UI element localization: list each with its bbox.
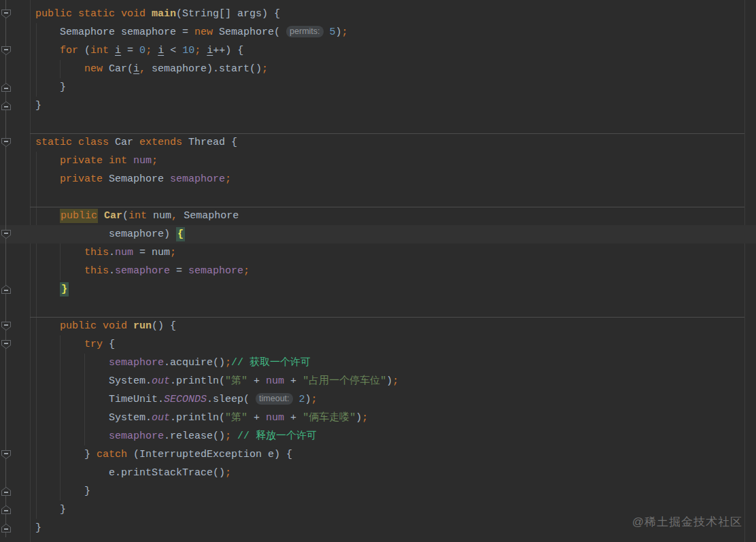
keyword: for	[60, 45, 78, 56]
punctuation: ;	[225, 430, 231, 442]
punctuation: ;	[262, 63, 268, 75]
field-name: num	[266, 412, 284, 424]
string-literal: "占用一个停车位"	[303, 375, 386, 387]
code-text: }	[35, 486, 90, 497]
fold-start-icon[interactable]	[1, 322, 11, 331]
keyword: new	[194, 27, 213, 38]
code-line[interactable]: Semaphore semaphore = new Semaphore( per…	[0, 23, 756, 41]
code-line[interactable]: e.printStackTrace();	[0, 464, 756, 482]
parameter-hint[interactable]: timeout:	[256, 393, 292, 405]
code-text: }	[35, 504, 66, 515]
parameter-hint[interactable]: permits:	[286, 26, 323, 37]
keyword: private int	[60, 155, 127, 167]
code-line[interactable]: public static void main(String[] args) {	[0, 5, 756, 23]
fold-end-icon[interactable]	[1, 101, 11, 110]
code-text: = num	[133, 247, 170, 258]
code-line[interactable]: semaphore.release(); // 释放一个许可	[0, 427, 756, 445]
code-line[interactable]: public Car(int num, Semaphore	[0, 207, 756, 225]
code-text: (	[122, 210, 128, 222]
code-line[interactable]: this.num = num;	[0, 243, 756, 262]
code-line[interactable]: private Semaphore semaphore;	[0, 170, 756, 188]
code-text: }	[35, 100, 41, 112]
code-line[interactable]: }	[0, 280, 756, 299]
code-text: =	[121, 45, 139, 56]
fold-start-icon[interactable]	[1, 138, 11, 147]
code-text: +	[284, 375, 303, 387]
code-line[interactable]: try {	[0, 335, 756, 354]
number-literal: 0	[139, 45, 145, 56]
code-text	[109, 45, 115, 56]
code-text	[293, 394, 299, 405]
fold-start-icon[interactable]	[1, 340, 11, 349]
code-lines: public static void main(String[] args) {…	[0, 0, 756, 537]
code-text: System.	[35, 412, 152, 424]
code-text: }	[35, 449, 97, 460]
code-line[interactable]: public void run() {	[0, 317, 756, 335]
variable-reassigned: i	[158, 45, 164, 56]
fold-start-icon[interactable]	[1, 450, 11, 459]
code-line[interactable]: static class Car extends Thread {	[0, 133, 756, 152]
code-text	[324, 27, 330, 38]
fold-end-icon[interactable]	[1, 83, 11, 92]
code-line[interactable]: }	[0, 78, 756, 97]
fold-start-icon[interactable]	[1, 230, 11, 239]
variable-reassigned: i	[207, 45, 213, 56]
code-line[interactable]: TimeUnit.SECONDS.sleep( timeout: 2);	[0, 390, 756, 409]
watermark: @稀土掘金技术社区	[632, 514, 742, 530]
comment: // 释放一个许可	[237, 430, 317, 442]
punctuation: ;	[225, 357, 231, 369]
punctuation: ;	[225, 467, 231, 479]
editor-gutter	[0, 0, 30, 542]
code-line[interactable]: for (int i = 0; i < 10; i++) {	[0, 41, 756, 60]
fold-end-icon[interactable]	[1, 524, 11, 532]
code-line[interactable]: this.semaphore = semaphore;	[0, 262, 756, 280]
keyword: this	[84, 265, 109, 277]
code-line[interactable]: System.out.println("第" + num + "占用一个停车位"…	[0, 372, 756, 390]
code-line[interactable]: semaphore.acquire();// 获取一个许可	[0, 354, 756, 372]
code-text: }	[35, 82, 66, 93]
code-text: )	[386, 375, 392, 387]
code-line[interactable]	[0, 115, 756, 133]
code-text: }	[35, 522, 41, 534]
code-line[interactable]: } catch (InterruptedException e) {	[0, 445, 756, 464]
code-line[interactable]: }	[0, 482, 756, 501]
fold-end-icon[interactable]	[1, 285, 11, 294]
code-editor[interactable]: public static void main(String[] args) {…	[0, 0, 756, 542]
punctuation: ;	[342, 27, 348, 38]
matched-brace: }	[60, 282, 69, 297]
code-text: <	[164, 45, 182, 56]
code-text	[35, 210, 60, 222]
code-line[interactable]: }	[0, 97, 756, 115]
code-text	[35, 357, 109, 369]
code-line[interactable]: new Car(i, semaphore).start();	[0, 60, 756, 78]
code-text: Semaphore	[177, 210, 239, 222]
code-text: +	[247, 412, 266, 424]
number-literal: 10	[182, 45, 194, 56]
code-line[interactable]	[0, 188, 756, 207]
punctuation: ;	[362, 412, 368, 424]
keyword: int	[90, 45, 109, 56]
code-text: =	[170, 265, 188, 277]
code-text: .acquire()	[164, 357, 225, 369]
number-literal: 5	[330, 27, 336, 38]
comment: // 获取一个许可	[231, 357, 311, 369]
fold-end-icon[interactable]	[1, 487, 11, 496]
code-text: (String[] args) {	[176, 8, 280, 20]
fold-end-icon[interactable]	[1, 505, 11, 514]
code-text	[201, 45, 207, 56]
fold-start-icon[interactable]	[1, 46, 11, 55]
keyword-highlighted: public	[60, 209, 98, 223]
fold-start-icon[interactable]	[1, 10, 11, 18]
code-line[interactable]: System.out.println("第" + num + "俩车走喽");	[0, 409, 756, 427]
static-field-name: out	[152, 375, 170, 387]
code-text: e.printStackTrace()	[35, 467, 225, 479]
code-line[interactable]: private int num;	[0, 152, 756, 170]
code-text	[35, 155, 60, 167]
string-literal: "第"	[225, 412, 247, 424]
punctuation: ;	[145, 45, 152, 56]
field-name: semaphore	[188, 265, 243, 277]
code-line[interactable]	[0, 299, 756, 317]
code-line-caret[interactable]: semaphore) {	[0, 225, 756, 243]
keyword: catch	[97, 449, 127, 460]
field-name: semaphore	[109, 357, 164, 369]
